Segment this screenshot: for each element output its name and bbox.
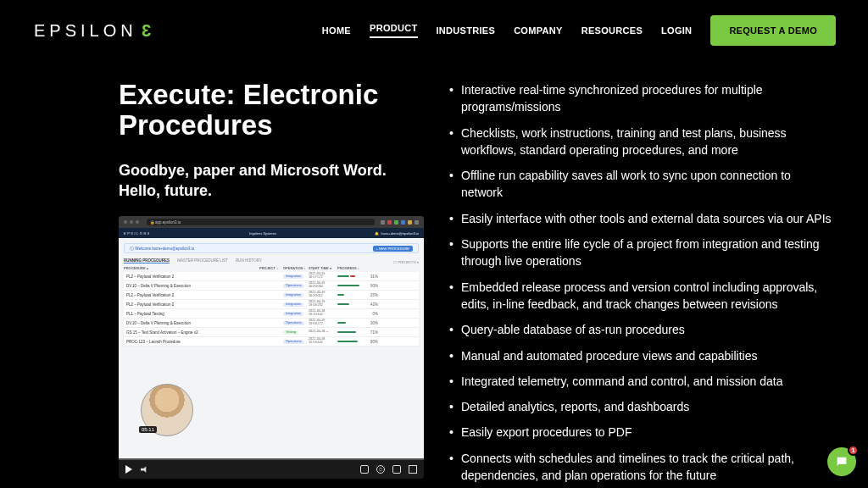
main-content: Execute: Electronic Procedures Goodbye, …	[0, 54, 868, 488]
title-line-2: Procedures	[119, 109, 273, 141]
col-project[interactable]: PROJECT ↕	[259, 266, 283, 270]
table-row[interactable]: DV.10 – Delta V Planning & ExecutionOper…	[124, 319, 419, 328]
brand-logo[interactable]: EPSILON3	[34, 21, 151, 41]
request-demo-button[interactable]: REQUEST A DEMO	[710, 15, 836, 46]
feature-item: Manual and automated procedure views and…	[449, 347, 834, 364]
feature-item: Integrated telemetry, command and contro…	[449, 373, 834, 390]
app-user: 🔔 laura+demo@epsilon3.io	[375, 231, 419, 236]
ext-icon	[381, 220, 385, 225]
ext-icon	[401, 220, 405, 225]
title-line-1: Execute: Electronic	[119, 79, 378, 110]
feature-item: Easily interface with other tools and ex…	[449, 210, 834, 227]
feature-item: Checklists, work instructions, training …	[449, 125, 834, 159]
site-header: EPSILON3 HOME PRODUCT INDUSTRIES COMPANY…	[0, 0, 868, 54]
window-dot	[124, 220, 127, 224]
browser-chrome: 🔒 app.epsilon3.io	[119, 216, 424, 228]
address-text: app.epsilon3.io	[155, 220, 181, 225]
table-row[interactable]: DV.10 – Delta V Planning & ExecutionOper…	[124, 281, 419, 291]
app-body: ⓘ Welcome laura+demo@epsilon3.io + NEW P…	[119, 238, 424, 458]
feature-item: Query-able database of as-run procedures	[449, 321, 834, 338]
col-progress[interactable]: PROGRESS ↕	[337, 266, 363, 270]
feature-item: Supports the entire life cycle of a proj…	[449, 236, 834, 270]
tab-master[interactable]: MASTER PROCEDURE LIST	[177, 258, 228, 263]
nav-resources[interactable]: RESOURCES	[581, 25, 643, 36]
settings-gear-icon[interactable]	[376, 465, 385, 474]
table-header: PROCEDURE ▴ PROJECT ↕ OPERATION ↕ START …	[124, 266, 419, 270]
nav-industries[interactable]: INDUSTRIES	[437, 25, 496, 36]
pip-icon[interactable]	[392, 465, 401, 474]
captions-icon[interactable]	[360, 465, 369, 474]
table-row[interactable]: PL2 – Payload Verification 2Integration2…	[124, 272, 419, 281]
window-dot	[130, 220, 133, 224]
col-pct	[363, 266, 378, 270]
col-procedure[interactable]: PROCEDURE ▴	[124, 266, 259, 270]
primary-nav: HOME PRODUCT INDUSTRIES COMPANY RESOURCE…	[322, 15, 836, 46]
video-elapsed: 05:11	[139, 426, 157, 433]
welcome-banner: ⓘ Welcome laura+demo@epsilon3.io + NEW P…	[124, 243, 419, 253]
left-column: Execute: Electronic Procedures Goodbye, …	[119, 80, 424, 488]
volume-icon[interactable]	[141, 466, 148, 474]
feature-item: Offline run capability saves all work to…	[449, 167, 834, 202]
chat-badge: 1	[848, 445, 859, 456]
app-org: Irigelens Systems	[249, 231, 276, 236]
table-row[interactable]: PL2 – Payload Verification 2Integration2…	[124, 291, 419, 300]
address-bar: 🔒 app.epsilon3.io	[147, 219, 375, 225]
tab-running[interactable]: RUNNING PROCEDURES	[124, 258, 170, 263]
col-operation[interactable]: OPERATION ↕	[283, 266, 309, 270]
feature-item: Detailed analytics, reports, and dashboa…	[449, 398, 834, 415]
play-icon[interactable]	[125, 465, 132, 474]
page-subtitle: Goodbye, paper and Microsoft Word. Hello…	[119, 160, 424, 202]
app-topbar: EPSILON3 Irigelens Systems 🔔 laura+demo@…	[119, 228, 424, 238]
feature-item: Connects with schedules and timelines to…	[449, 450, 834, 485]
nav-home[interactable]: HOME	[322, 25, 351, 36]
nav-product[interactable]: PRODUCT	[370, 23, 418, 38]
tab-history[interactable]: RUN HISTORY	[236, 258, 262, 263]
nav-company[interactable]: COMPANY	[514, 25, 563, 36]
ext-icon	[415, 220, 419, 225]
app-brand: EPSILON3	[124, 231, 151, 236]
video-controls	[119, 460, 424, 479]
window-dot	[136, 220, 139, 224]
ext-icon	[408, 220, 412, 225]
new-procedure-button[interactable]: + NEW PROCEDURE	[373, 246, 413, 252]
subtitle-line-1: Goodbye, paper and Microsoft Word.	[119, 162, 387, 179]
table-row[interactable]: PL2 – Payload Verification 2Integration2…	[124, 300, 419, 309]
ext-icon	[387, 220, 392, 225]
fullscreen-icon[interactable]	[409, 465, 417, 474]
welcome-text: Welcome laura+demo@epsilon3.io	[135, 247, 194, 251]
demo-video[interactable]: 🔒 app.epsilon3.io EPSILON3 Irigelens Sys…	[119, 216, 424, 479]
feature-item: Easily export procedures to PDF	[449, 424, 834, 441]
browser-ext-icons	[381, 220, 419, 225]
chat-widget[interactable]: 1	[827, 447, 856, 476]
col-starttime[interactable]: START TIME ▾	[309, 266, 337, 270]
table-row[interactable]: GS.15 – Test Stand Activation – Engine v…	[124, 328, 419, 337]
page-title: Execute: Electronic Procedures	[119, 80, 424, 141]
feature-item: Embedded release process and version con…	[449, 279, 834, 313]
chat-bubble-icon	[835, 455, 849, 469]
brand-accent: 3	[137, 21, 151, 41]
brand-pre: EPSILON	[34, 21, 137, 40]
table-row[interactable]: PROC-123 – Launch ProcedureOperations202…	[124, 337, 419, 347]
table-row[interactable]: PL1 – Payload TestingIntegration2022-04-…	[124, 309, 419, 319]
feature-item: Interactive real-time synchronized proce…	[449, 81, 834, 116]
subtitle-line-2: Hello, future.	[119, 182, 212, 199]
nav-login[interactable]: LOGIN	[661, 25, 692, 36]
table-body: PL2 – Payload Verification 2Integration2…	[124, 272, 419, 347]
ext-icon	[394, 220, 398, 225]
feature-list: Interactive real-time synchronized proce…	[449, 80, 834, 488]
